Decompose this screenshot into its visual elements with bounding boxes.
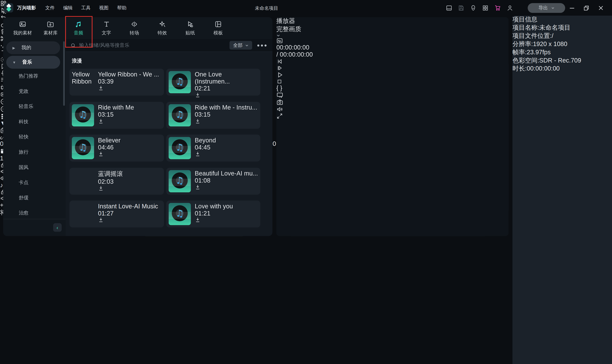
sidebar-item-beat-sync[interactable]: 卡点: [3, 175, 66, 190]
close-button[interactable]: [598, 5, 604, 11]
sidebar-item-tech[interactable]: 科技: [3, 114, 66, 130]
sidebar-item-upbeat[interactable]: 轻快: [3, 130, 66, 145]
download-icon[interactable]: [195, 151, 216, 157]
music-card[interactable]: ♫ Beyond 04:45: [166, 135, 260, 162]
menu-edit[interactable]: 编辑: [63, 4, 73, 11]
previous-frame-button[interactable]: [276, 58, 508, 65]
mark-out-icon[interactable]: }: [280, 85, 282, 91]
cart-icon[interactable]: [494, 4, 501, 11]
player-controls: { }: [276, 58, 508, 119]
music-card[interactable]: ♫ Beautiful Love-AI mu... 01:08: [166, 168, 260, 195]
search-bar: 全部 ●●●: [66, 39, 273, 52]
save-icon[interactable]: [458, 4, 465, 11]
play-button[interactable]: [276, 71, 508, 78]
chevron-down-icon: [551, 6, 554, 10]
search-input[interactable]: [79, 42, 226, 48]
tab-transitions[interactable]: 转场: [120, 20, 148, 36]
download-icon[interactable]: [98, 118, 134, 124]
folder-icon: [47, 20, 54, 28]
grid-apps-icon[interactable]: [482, 4, 489, 11]
download-icon[interactable]: [98, 151, 120, 157]
download-icon[interactable]: [195, 184, 258, 190]
track-title: One Love (Instrumen...: [195, 71, 258, 85]
volume-icon[interactable]: [276, 106, 508, 113]
tab-templates[interactable]: 模板: [204, 20, 232, 36]
current-timecode: 00:00:00:00: [276, 44, 508, 51]
menubar: 文件 编辑 工具 视图 帮助: [45, 4, 126, 11]
snapshot-camera-icon[interactable]: [276, 99, 508, 106]
sidebar-scrollbar[interactable]: [63, 41, 65, 106]
tab-project-info[interactable]: 项目信息: [513, 16, 612, 24]
info-row: 时长:00:00:00:00: [513, 65, 612, 73]
tab-stock-library[interactable]: 素材库: [37, 20, 65, 36]
music-cards: Yellow Ribbon Yellow Ribbon - We ... 03:…: [69, 69, 261, 228]
search-icon: [70, 42, 76, 48]
menu-file[interactable]: 文件: [45, 4, 55, 11]
download-icon[interactable]: [195, 217, 233, 223]
sidebar-group-music[interactable]: ▼ 音乐: [6, 56, 60, 69]
music-card[interactable]: ♫ Believer 04:46: [69, 135, 164, 162]
caret-right-icon: ▶: [13, 46, 15, 50]
restore-button[interactable]: [584, 5, 589, 11]
download-icon[interactable]: [98, 85, 159, 91]
tab-text[interactable]: 文字: [92, 20, 120, 36]
music-card[interactable]: Yellow Ribbon Yellow Ribbon - We ... 03:…: [69, 69, 164, 96]
tab-effects[interactable]: 特效: [148, 20, 176, 36]
more-options-icon[interactable]: ●●●: [257, 42, 268, 48]
sidebar-item-soothing[interactable]: 舒缓: [3, 190, 66, 206]
music-card[interactable]: ♫ One Love (Instrumen... 02:21: [166, 69, 260, 96]
next-frame-button[interactable]: [276, 65, 508, 72]
music-card[interactable]: ♫ Ride with Me - Instru... 03:15: [166, 102, 260, 129]
album-art: [72, 203, 94, 225]
track-duration: 01:21: [195, 210, 210, 217]
info-row: 项目名称:未命名项目: [513, 24, 612, 32]
tab-stickers[interactable]: 贴纸: [176, 20, 204, 36]
download-icon[interactable]: [195, 118, 257, 124]
tab-audio[interactable]: 音频: [65, 20, 92, 36]
sidebar-group-my[interactable]: ▶ 我的: [6, 41, 60, 54]
download-icon[interactable]: [98, 217, 158, 223]
track-duration: 01:27: [98, 210, 114, 217]
sidebar-item-travel[interactable]: 旅行: [3, 145, 66, 160]
sidebar-item-guofeng[interactable]: 国风: [3, 160, 66, 175]
export-button[interactable]: 导出: [528, 3, 565, 13]
filter-dropdown[interactable]: 全部: [230, 41, 252, 50]
album-art: ♫: [169, 170, 191, 192]
user-account-icon[interactable]: [507, 4, 513, 11]
preview-scope-icon[interactable]: [276, 38, 508, 44]
music-card[interactable]: ♫ Love with you 01:21: [166, 201, 260, 228]
display-mode-icon[interactable]: [276, 92, 508, 99]
mark-in-icon[interactable]: {: [276, 85, 279, 91]
asset-tab-strip: 我的素材 素材库 音频 文字 转场 特效: [3, 17, 272, 39]
quality-dropdown[interactable]: 完整画质: [276, 26, 508, 38]
album-art: ♫: [72, 137, 94, 159]
download-icon[interactable]: [195, 92, 258, 98]
tab-my-media[interactable]: 我的素材: [9, 20, 37, 36]
menu-view[interactable]: 视图: [99, 4, 108, 11]
track-title: Ride with Me: [98, 104, 134, 111]
music-card[interactable]: 蓝调摇滚 02:03: [69, 168, 164, 195]
stop-button[interactable]: [276, 78, 508, 85]
sidebar-item-light-music[interactable]: 轻音乐: [3, 99, 66, 114]
transition-icon: [131, 20, 138, 28]
workspace-layout-icon[interactable]: [446, 4, 452, 11]
track-title: Ride with Me - Instru...: [195, 104, 257, 111]
app-window: 万兴喵影 文件 编辑 工具 视图 帮助 未命名项目 导出: [0, 0, 612, 364]
project-title: 未命名项目: [255, 5, 278, 12]
track-duration: 03:15: [98, 111, 114, 118]
sidebar-item-healing[interactable]: 治愈: [3, 206, 66, 221]
menu-tools[interactable]: 工具: [81, 4, 91, 11]
download-icon[interactable]: [98, 185, 123, 191]
music-card[interactable]: Instant Love-AI Music 01:27: [69, 201, 164, 228]
fullscreen-icon[interactable]: [276, 113, 508, 119]
collapse-sidebar-button[interactable]: ‹: [53, 223, 62, 232]
album-art: ♫: [169, 203, 191, 225]
cloud-upload-icon[interactable]: [470, 4, 477, 11]
sidebar-item-dangzheng[interactable]: 党政: [3, 84, 66, 99]
music-card[interactable]: ♫ Ride with Me 03:15: [69, 102, 164, 129]
sidebar-item-hot[interactable]: 热门推荐: [3, 69, 66, 84]
menu-help[interactable]: 帮助: [117, 4, 126, 11]
export-label: 导出: [538, 5, 548, 11]
minimize-button[interactable]: [569, 5, 575, 11]
track-title: 蓝调摇滚: [98, 170, 123, 178]
